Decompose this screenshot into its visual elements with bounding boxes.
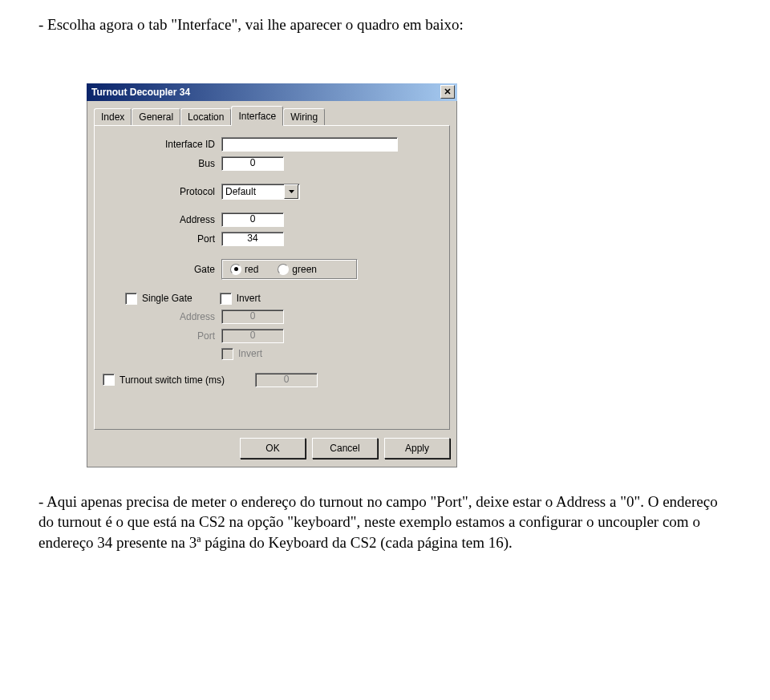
explanation-paragraph: - Aqui apenas precisa de meter o endereç… bbox=[38, 492, 732, 553]
input-interface-id[interactable] bbox=[221, 137, 398, 152]
label-single-gate: Single Gate bbox=[142, 293, 192, 304]
label-invert: Invert bbox=[237, 293, 261, 304]
checkbox-icon bbox=[220, 293, 232, 305]
label-address2: Address bbox=[103, 311, 221, 322]
label-port2: Port bbox=[103, 330, 221, 342]
radio-dot-icon bbox=[230, 264, 241, 275]
dialog-title: Turnout Decoupler 34 bbox=[91, 87, 440, 98]
combo-protocol[interactable]: Default bbox=[221, 184, 300, 200]
tab-strip: Index General Location Interface Wiring bbox=[94, 107, 450, 125]
input-port[interactable]: 34 bbox=[221, 232, 284, 246]
close-icon bbox=[444, 87, 451, 96]
radio-red-label: red bbox=[245, 264, 258, 275]
ok-button[interactable]: OK bbox=[240, 438, 306, 459]
input-address[interactable]: 0 bbox=[221, 212, 284, 227]
apply-button[interactable]: Apply bbox=[384, 438, 450, 459]
cancel-button[interactable]: Cancel bbox=[312, 438, 378, 459]
tab-panel-interface: Interface ID Bus 0 Protocol Default bbox=[94, 125, 450, 430]
label-protocol: Protocol bbox=[103, 186, 221, 197]
dialog-body: Index General Location Interface Wiring … bbox=[87, 101, 457, 467]
checkbox-invert[interactable]: Invert bbox=[220, 293, 261, 305]
label-gate: Gate bbox=[103, 264, 221, 275]
tab-index[interactable]: Index bbox=[94, 108, 132, 125]
close-button[interactable] bbox=[440, 85, 455, 99]
checkbox-invert2: Invert bbox=[221, 348, 262, 360]
label-bus: Bus bbox=[103, 158, 221, 169]
radio-green-label: green bbox=[292, 264, 317, 275]
checkbox-switch-time[interactable]: Turnout switch time (ms) bbox=[103, 374, 247, 386]
label-interface-id: Interface ID bbox=[103, 139, 221, 150]
combo-protocol-value: Default bbox=[222, 186, 283, 197]
label-switch-time: Turnout switch time (ms) bbox=[120, 374, 225, 386]
tab-general[interactable]: General bbox=[132, 108, 180, 125]
radio-red[interactable]: red bbox=[230, 264, 258, 275]
label-address: Address bbox=[103, 214, 221, 225]
tab-wiring[interactable]: Wiring bbox=[283, 108, 325, 125]
checkbox-icon bbox=[125, 293, 137, 305]
checkbox-single-gate[interactable]: Single Gate bbox=[125, 293, 192, 305]
intro-paragraph: - Escolha agora o tab "Interface", vai l… bbox=[38, 14, 732, 35]
input-address2: 0 bbox=[221, 310, 284, 324]
radio-green[interactable]: green bbox=[278, 264, 317, 275]
input-switch-time: 0 bbox=[255, 373, 318, 387]
tab-interface[interactable]: Interface bbox=[231, 106, 283, 126]
gate-radio-group: red green bbox=[221, 259, 358, 280]
checkbox-icon bbox=[103, 374, 115, 386]
label-invert2: Invert bbox=[238, 348, 262, 359]
turnout-decoupler-dialog: Turnout Decoupler 34 Index General Locat… bbox=[87, 83, 457, 467]
titlebar[interactable]: Turnout Decoupler 34 bbox=[87, 83, 457, 101]
chevron-down-icon bbox=[284, 184, 298, 199]
checkbox-icon bbox=[221, 348, 233, 360]
tab-location[interactable]: Location bbox=[180, 108, 231, 125]
input-bus[interactable]: 0 bbox=[221, 156, 284, 171]
input-port2: 0 bbox=[221, 329, 284, 343]
radio-dot-icon bbox=[278, 264, 289, 275]
dialog-button-row: OK Cancel Apply bbox=[94, 438, 450, 459]
label-port: Port bbox=[103, 233, 221, 245]
